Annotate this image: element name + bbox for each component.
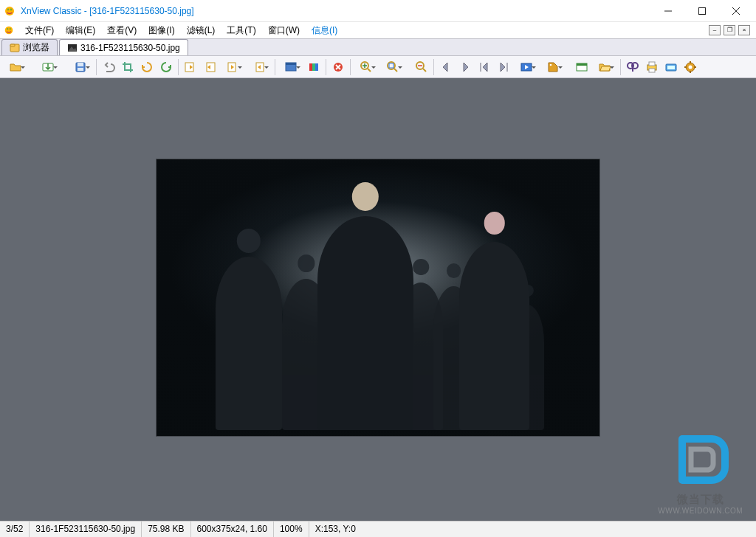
next-page-button[interactable] (247, 58, 272, 76)
nav-last-button[interactable] (495, 58, 512, 76)
mdi-restore-button[interactable]: ❐ (724, 25, 735, 35)
print-button[interactable] (643, 58, 661, 76)
svg-point-2 (10, 8, 13, 10)
browse-button[interactable] (573, 58, 591, 76)
svg-rect-39 (577, 63, 587, 66)
svg-line-29 (368, 69, 371, 72)
tab-image[interactable]: 316-1F523115630-50.jpg (59, 39, 188, 55)
tag-button[interactable] (540, 58, 566, 76)
image-tab-icon (67, 43, 78, 53)
open-file-button[interactable] (3, 58, 28, 76)
quickslide-button[interactable] (514, 58, 539, 76)
mdi-close-button[interactable]: × (738, 25, 750, 35)
fullscreen-button[interactable] (278, 58, 303, 76)
menu-file[interactable]: 文件(F) (19, 23, 60, 38)
browser-tab-icon (10, 43, 20, 53)
rotate-left-button[interactable] (138, 58, 156, 76)
slideshow-button[interactable] (305, 58, 323, 76)
tab-browser[interactable]: 浏览器 (1, 39, 58, 55)
svg-point-37 (550, 63, 552, 66)
menu-view[interactable]: 查看(V) (101, 23, 142, 38)
main-menubar: 文件(F) 编辑(E) 查看(V) 图像(I) 滤镜(L) 工具(T) 窗口(W… (0, 22, 756, 38)
rotate-right-button[interactable] (157, 58, 175, 76)
nav-forward-button[interactable] (456, 58, 474, 76)
menu-edit[interactable]: 编辑(E) (60, 23, 101, 38)
svg-rect-47 (667, 66, 675, 69)
svg-line-31 (394, 69, 397, 72)
mdi-minimize-button[interactable]: – (709, 25, 721, 35)
next-file-button[interactable] (201, 58, 219, 76)
status-filename: 316-1F523115630-50.jpg (30, 522, 142, 537)
watermark-text: 微当下载 (658, 493, 743, 507)
tab-image-label: 316-1F523115630-50.jpg (80, 43, 180, 53)
settings-button[interactable] (681, 58, 699, 76)
menu-filter[interactable]: 滤镜(L) (181, 23, 221, 38)
svg-rect-24 (309, 63, 312, 71)
menu-tools[interactable]: 工具(T) (221, 23, 261, 38)
acquire-button[interactable] (35, 58, 61, 76)
svg-point-1 (7, 8, 10, 10)
app-icon-small (3, 24, 15, 36)
svg-line-34 (423, 69, 426, 72)
watermark-logo-icon (667, 432, 734, 491)
prev-page-button[interactable] (220, 58, 245, 76)
status-coords: X:153, Y:0 (309, 522, 756, 537)
zoom-in-button[interactable] (354, 58, 379, 76)
svg-rect-26 (315, 63, 318, 71)
zoom-fit-button[interactable] (380, 58, 405, 76)
svg-rect-4 (699, 7, 706, 14)
app-icon (3, 4, 16, 18)
status-filesize: 75.98 KB (142, 522, 190, 537)
status-bar: 3/52 316-1F523115630-50.jpg 75.98 KB 600… (0, 521, 756, 537)
image-canvas[interactable]: 微当下载 WWW.WEIDOWN.COM (0, 78, 756, 521)
main-toolbar (0, 56, 756, 78)
svg-point-7 (5, 27, 13, 35)
svg-rect-11 (10, 44, 15, 46)
status-index: 3/52 (0, 522, 30, 537)
prev-file-button[interactable] (182, 58, 199, 76)
window-title: XnView Classic - [316-1F523115630-50.jpg… (21, 6, 194, 16)
svg-point-9 (10, 28, 11, 30)
nav-first-button[interactable] (475, 58, 493, 76)
window-maximize-button[interactable] (685, 0, 719, 22)
svg-point-8 (7, 28, 8, 30)
svg-rect-16 (78, 63, 83, 66)
tab-browser-label: 浏览器 (23, 41, 49, 54)
menu-image[interactable]: 图像(I) (142, 23, 180, 38)
watermark-url: WWW.WEIDOWN.COM (658, 507, 743, 515)
tab-bar: 浏览器 316-1F523115630-50.jpg (0, 38, 756, 56)
undo-button[interactable] (100, 58, 117, 76)
svg-rect-23 (286, 63, 296, 65)
svg-rect-17 (78, 68, 83, 71)
zoom-out-button[interactable] (413, 58, 430, 76)
window-close-button[interactable] (719, 0, 753, 22)
displayed-image (157, 159, 599, 436)
compare-button[interactable] (624, 58, 642, 76)
status-zoom: 100% (274, 522, 309, 537)
save-button[interactable] (68, 58, 93, 76)
scan-button[interactable] (662, 58, 680, 76)
window-minimize-button[interactable] (651, 0, 685, 22)
svg-rect-25 (312, 63, 315, 71)
svg-rect-44 (649, 62, 655, 66)
nav-back-button[interactable] (437, 58, 455, 76)
svg-point-49 (689, 65, 693, 69)
menu-window[interactable]: 窗口(W) (262, 23, 306, 38)
open-folder-button[interactable] (592, 58, 617, 76)
crop-button[interactable] (119, 58, 137, 76)
svg-rect-45 (649, 69, 655, 72)
delete-button[interactable] (329, 58, 347, 76)
window-titlebar: XnView Classic - [316-1F523115630-50.jpg… (0, 0, 756, 22)
svg-rect-32 (389, 63, 394, 68)
watermark: 微当下载 WWW.WEIDOWN.COM (658, 432, 743, 515)
menu-info[interactable]: 信息(I) (306, 23, 343, 38)
status-dimensions: 600x375x24, 1.60 (191, 522, 274, 537)
